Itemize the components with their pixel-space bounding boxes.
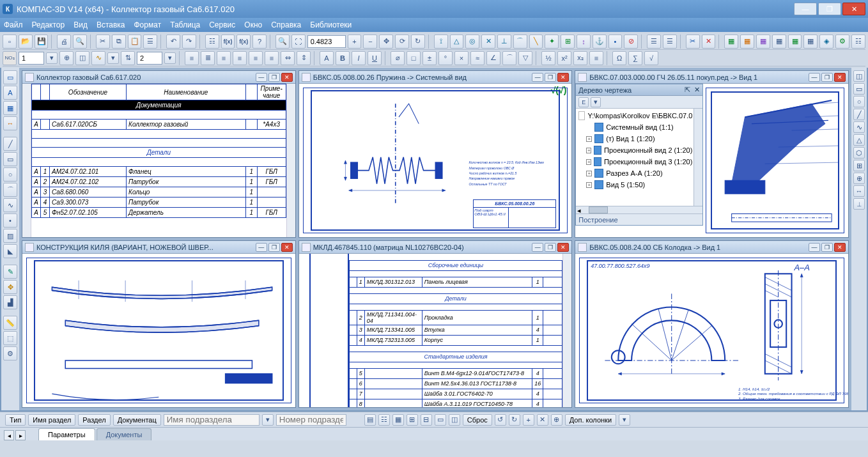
mdi-title-6[interactable]: БВКС.05.008.24.00 СБ Колодка -> Вид 1 — … [575,241,848,254]
view-icon[interactable]: ☰ [663,35,677,49]
grid-icon[interactable]: ◫ [75,51,89,65]
mdi-close-1[interactable]: ✕ [281,73,293,82]
expand-icon[interactable]: + [586,171,592,176]
line-icon[interactable]: ╱ [3,137,17,151]
dist-v-icon[interactable]: ⇕ [297,51,311,65]
chamfer-icon[interactable]: ◣ [3,244,17,258]
tabs-prev-icon[interactable]: ◂ [4,430,14,440]
r11-icon[interactable]: ⟂ [853,198,865,210]
snap-align-icon[interactable]: ↕ [577,35,591,49]
refresh-icon[interactable]: ↻ [411,35,425,49]
break-icon[interactable]: ✕ [702,35,716,49]
mdi-min-1[interactable]: — [256,73,267,82]
tree-item[interactable]: +Вид 5 (1:50) [577,179,692,190]
lib1-icon[interactable]: ▦ [724,35,738,49]
lib7-icon[interactable]: ◈ [819,35,833,49]
param-icon[interactable]: ⚙ [3,346,17,360]
snap-tan-icon[interactable]: ⌒ [513,35,527,49]
bb-i6-icon[interactable]: ▭ [435,414,446,426]
bb-sectionname[interactable]: Имя раздел [28,414,75,426]
ortho-icon[interactable]: ⊕ [59,51,74,65]
sup-icon[interactable]: x² [557,51,571,65]
snap-int-icon[interactable]: ✕ [481,35,495,49]
sym8-icon[interactable]: ⌒ [502,51,516,65]
menu-insert[interactable]: Вставка [97,20,125,29]
zoom-out-icon[interactable]: − [363,35,377,49]
snap-perp-icon[interactable]: ⊥ [497,35,511,49]
redo-icon[interactable]: ↷ [182,35,196,49]
mdi-max-1[interactable]: ❐ [268,73,280,82]
dist-h-icon[interactable]: ⇔ [281,51,295,65]
spec1-icon[interactable]: Ω [612,51,626,65]
pan-icon[interactable]: ✥ [379,35,393,49]
r1-icon[interactable]: ◫ [853,70,865,82]
edit-icon[interactable]: ✎ [3,265,17,279]
menu-view[interactable]: Вид [74,20,88,29]
mdi-min-4[interactable]: — [256,243,267,252]
inc-input[interactable] [137,52,162,65]
tree-item[interactable]: +Разрез А-А (1:20) [577,167,692,179]
mdi-title-1[interactable]: Коллектор газовый Са6.617.020 — ❐ ✕ [22,71,295,84]
arc-icon[interactable]: ⌒ [3,183,17,197]
measure-icon[interactable]: 📏 [3,316,17,330]
manager-icon[interactable]: ☷ [205,35,219,49]
zoom-fit-icon[interactable]: ⛶ [291,35,306,49]
under-icon[interactable]: U [368,51,382,65]
zoom-window-icon[interactable]: 🔍 [275,35,290,49]
dim-icon[interactable]: ↔ [3,116,17,130]
sym9-icon[interactable]: ▽ [518,51,532,65]
tab-documents[interactable]: Документы [97,428,152,440]
stack-icon[interactable]: ≡ [589,51,603,65]
sym5-icon[interactable]: × [454,51,469,65]
hatch-icon[interactable]: ▨ [3,229,17,243]
tree-item[interactable]: Системный вид (1:1) [577,121,692,133]
font-icon[interactable]: A [320,51,334,65]
undo-icon[interactable]: ↶ [166,35,180,49]
menu-file[interactable]: Файл [4,20,23,29]
italic-icon[interactable]: I [352,51,366,65]
select-icon[interactable]: ⬚ [3,331,17,345]
tree-tb1-icon[interactable]: E [578,97,589,107]
mdi-close-5[interactable]: ✕ [557,243,569,252]
mdi-max-4[interactable]: ❐ [268,243,280,252]
bb-i7-icon[interactable]: ◫ [449,414,460,426]
geom-icon[interactable]: ▭ [3,70,17,84]
tree-scrollbar[interactable] [694,109,702,206]
menu-service[interactable]: Сервис [209,20,235,29]
sym1-icon[interactable]: ⌀ [391,51,405,65]
spring-view[interactable]: √(√) Количество [299,84,572,237]
text-icon[interactable]: A [3,86,17,100]
tree-root[interactable]: Y:\kompas\Korolkov E\БВКС.07.0 [577,110,692,121]
mdi-min-2[interactable]: — [532,73,543,82]
dd3-icon[interactable]: ▾ [164,52,176,64]
mdi-min-5[interactable]: — [532,243,543,252]
mirror-icon[interactable]: ▟ [3,295,17,309]
snap-near-icon[interactable]: ╲ [529,35,543,49]
minimize-button[interactable]: — [794,3,817,15]
align-b-icon[interactable]: ≡ [265,51,279,65]
bb-i4-icon[interactable]: ⊞ [407,414,418,426]
mdi-min-6[interactable]: — [809,243,820,252]
tree-item[interactable]: +Проекционный вид 2 (1:20) [577,144,692,156]
subsection-name-input[interactable] [164,414,260,426]
r9-icon[interactable]: ⊕ [853,173,865,184]
dd1-icon[interactable]: ▾ [46,52,58,64]
snap-grid-icon[interactable]: ⊞ [561,35,575,49]
tree-hscroll[interactable]: ◂ [576,206,702,213]
expand-icon[interactable]: + [586,159,591,165]
tab-parameters[interactable]: Параметры [38,428,95,440]
menu-libraries[interactable]: Библиотеки [310,20,352,29]
props-icon[interactable]: ☰ [143,35,157,49]
circle-icon[interactable]: ○ [3,167,17,182]
r4-icon[interactable]: ╱ [853,109,865,120]
mdi-max-2[interactable]: ❐ [545,73,556,82]
tree-pin-icon[interactable]: ⇱ [685,86,690,94]
copy-icon[interactable]: ⧉ [112,35,126,49]
lib8-icon[interactable]: ⚙ [835,35,849,49]
mdi-max-6[interactable]: ❐ [821,243,833,252]
tree-item[interactable]: +(т) Вид 1 (1:20) [577,133,692,144]
dd2-icon[interactable]: ▾ [107,52,119,64]
open-icon[interactable]: 📂 [19,35,33,49]
mdi-title-2[interactable]: БВКС.05.008.00.26 Пружина -> Системный в… [299,71,572,84]
align-t-icon[interactable]: ≡ [233,51,247,65]
